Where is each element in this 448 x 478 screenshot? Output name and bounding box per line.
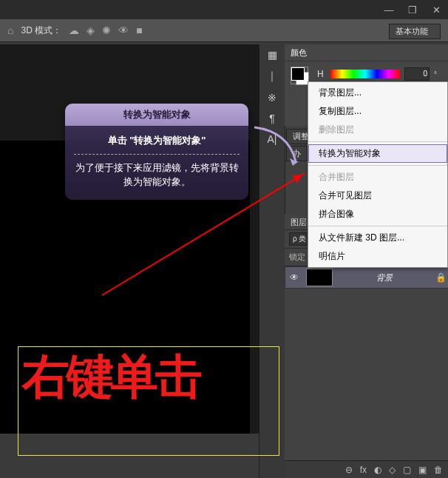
minimize-button[interactable]: — xyxy=(378,1,400,18)
layer-thumbnail[interactable] xyxy=(306,269,333,286)
fx-icon[interactable]: fx xyxy=(360,465,367,475)
camera-icon[interactable]: ■ xyxy=(136,24,142,36)
workspace-preset-dropdown[interactable]: 基本功能 xyxy=(389,24,441,39)
h-value[interactable]: 0 xyxy=(404,67,430,81)
histogram-icon[interactable]: ▦ xyxy=(268,49,277,61)
mode-label: 3D 模式： xyxy=(21,24,61,37)
restore-button[interactable]: ❐ xyxy=(401,1,424,18)
tooltip-instruction: 单击 "转换为智能对象" xyxy=(74,133,240,155)
menu-postcard[interactable]: 明信片 xyxy=(308,247,447,266)
group-icon[interactable]: ▢ xyxy=(403,465,411,475)
tutorial-tooltip: 转换为智能对象 单击 "转换为智能对象" 为了便于接下来应用滤镜，先将背景转换为… xyxy=(65,104,248,200)
menu-delete-layer: 删除图层 xyxy=(308,121,447,139)
eye-icon[interactable]: 👁 xyxy=(118,24,129,36)
styles-icon[interactable]: ※ xyxy=(268,92,276,104)
app-root: — ❐ ✕ ⌂ 3D 模式： ☁ ◈ ✺ 👁 ■ 基本功能 ▦ ｜ ※ ¶ A|… xyxy=(0,0,448,478)
layer-row-background[interactable]: 👁 背景 🔒 xyxy=(285,266,448,289)
options-bar: ⌂ 3D 模式： ☁ ◈ ✺ 👁 ■ xyxy=(0,19,448,42)
menu-flatten[interactable]: 拼合图像 xyxy=(308,205,447,223)
cube-icon[interactable]: ◈ xyxy=(86,24,95,36)
annotation-text: 右键单击 xyxy=(22,354,281,401)
close-button[interactable]: ✕ xyxy=(425,1,447,18)
menu-background-layer[interactable]: 背景图层... xyxy=(308,84,447,102)
menu-separator xyxy=(308,226,447,226)
trash-icon[interactable]: 🗑 xyxy=(434,465,443,475)
color-swatch[interactable] xyxy=(291,67,308,84)
tab-layers[interactable]: 图层 xyxy=(291,217,307,228)
menu-separator xyxy=(308,141,447,142)
new-layer-icon[interactable]: ▣ xyxy=(418,465,427,475)
mask-icon[interactable]: ◐ xyxy=(374,465,381,475)
paragraph-icon[interactable]: ¶ xyxy=(269,112,275,124)
color-panel-title[interactable]: 颜色 xyxy=(285,44,448,61)
fg-swatch[interactable] xyxy=(291,67,305,81)
tooltip-description: 为了便于接下来应用滤镜，先将背景转换为智能对象。 xyxy=(74,161,240,189)
orbit-icon[interactable]: ☁ xyxy=(69,24,79,36)
adjustment-icon[interactable]: ◇ xyxy=(389,465,396,475)
layer-context-menu: 背景图层... 复制图层... 删除图层 转换为智能对象 合并图层 合并可见图层… xyxy=(308,81,448,268)
character-icon[interactable]: A| xyxy=(268,133,277,145)
hue-slider[interactable] xyxy=(330,70,400,78)
tab-other[interactable]: 办 xyxy=(286,146,308,161)
lock-label: 锁定 xyxy=(289,252,305,261)
visibility-eye-icon[interactable]: 👁 xyxy=(285,272,303,283)
deg-unit: ° xyxy=(434,70,443,78)
home-icon[interactable]: ⌂ xyxy=(7,24,13,36)
tooltip-title: 转换为智能对象 xyxy=(65,104,248,126)
menu-new-3d-from-file[interactable]: 从文件新建 3D 图层... xyxy=(308,229,447,247)
menu-merge-layers: 合并图层 xyxy=(308,168,447,186)
lock-icon[interactable]: 🔒 xyxy=(433,272,448,283)
link-icon[interactable]: ⊖ xyxy=(345,465,353,475)
menu-merge-visible[interactable]: 合并可见图层 xyxy=(308,186,447,205)
menu-convert-smart-object[interactable]: 转换为智能对象 xyxy=(308,144,447,163)
layers-footer: ⊖ fx ◐ ◇ ▢ ▣ 🗑 xyxy=(285,460,448,478)
menu-duplicate-layer[interactable]: 复制图层... xyxy=(308,102,447,121)
h-label: H xyxy=(317,69,326,79)
navigator-icon[interactable]: ｜ xyxy=(267,70,277,83)
titlebar: — ❐ ✕ xyxy=(0,0,448,19)
light-icon[interactable]: ✺ xyxy=(102,24,111,36)
layer-name[interactable]: 背景 xyxy=(336,272,433,283)
menu-separator xyxy=(308,165,447,166)
